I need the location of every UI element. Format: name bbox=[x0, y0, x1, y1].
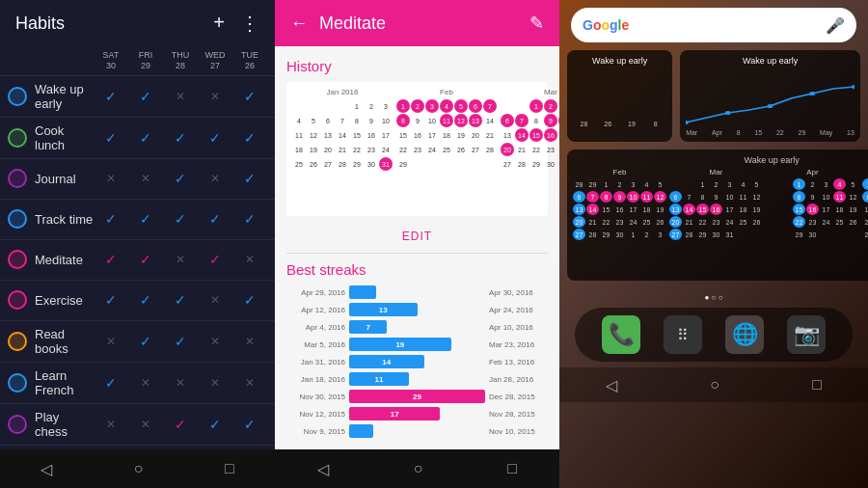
meditate-panel: ← Meditate ✎ History Jan 201612345678910… bbox=[275, 0, 559, 488]
dock-icon-camera[interactable]: 📷 bbox=[787, 315, 826, 354]
dock-icon-browser[interactable]: 🌐 bbox=[725, 315, 764, 354]
cal-day: 2 bbox=[544, 99, 557, 113]
cal-day: 8 bbox=[350, 114, 364, 127]
habit-icon bbox=[8, 415, 27, 434]
home-nav-home[interactable]: ○ bbox=[710, 376, 719, 393]
streak-left-label: Apr 12, 2016 bbox=[286, 306, 349, 314]
home-cal-week: 20212223242526 bbox=[573, 216, 666, 228]
more-icon[interactable]: ⋮ bbox=[240, 12, 259, 35]
cal-week-row: 1234567 bbox=[396, 99, 497, 113]
nav-home-2[interactable]: ○ bbox=[414, 460, 423, 477]
cal-day: 3 bbox=[379, 99, 393, 113]
home-cal-week: 27282930123 bbox=[573, 229, 666, 240]
habits-list: Wake up early✓✓✕✕✓Cook lunch✓✓✓✓✓Journal… bbox=[0, 76, 275, 449]
nav-back[interactable]: ◁ bbox=[41, 460, 52, 478]
home-cal-week: 6789101112 bbox=[573, 191, 666, 203]
home-cal-day: 12 bbox=[654, 191, 666, 203]
home-cal-day: 16 bbox=[613, 203, 626, 215]
check-cell: ✕ bbox=[128, 375, 163, 391]
home-cal-day bbox=[779, 216, 792, 228]
add-icon[interactable]: + bbox=[213, 12, 225, 35]
home-cal-day: 25 bbox=[737, 216, 749, 228]
check-cell: ✕ bbox=[128, 417, 163, 432]
check-yes: ✓ bbox=[209, 211, 221, 227]
check-yes: ✓ bbox=[209, 417, 221, 432]
edit-button[interactable]: EDIT bbox=[286, 224, 548, 249]
mic-icon[interactable]: 🎤 bbox=[826, 16, 845, 35]
back-button[interactable]: ← bbox=[290, 14, 308, 34]
nav-home[interactable]: ○ bbox=[134, 460, 144, 477]
cal-day: 5 bbox=[307, 114, 320, 127]
home-cal-day: 17 bbox=[820, 203, 832, 215]
dock-icon-apps[interactable]: ⠿ bbox=[664, 315, 702, 354]
home-cal-week: 2728293031 bbox=[669, 229, 763, 240]
home-cal-week: 1234567 bbox=[862, 178, 868, 190]
cal-week-row: 891011121314 bbox=[396, 114, 497, 127]
home-nav-back[interactable]: ◁ bbox=[606, 376, 617, 394]
habit-name: Meditate bbox=[35, 253, 94, 267]
streak-bar-container: 29 bbox=[349, 390, 485, 403]
check-yes: ✓ bbox=[244, 171, 256, 186]
habit-row[interactable]: Learn French✓✕✕✕✕ bbox=[0, 363, 275, 404]
home-cal-day: 27 bbox=[573, 229, 585, 240]
home-cal-day: 10 bbox=[723, 191, 736, 203]
home-cal-day: 11 bbox=[640, 191, 653, 203]
habit-row[interactable]: Cook lunch✓✓✓✓✓ bbox=[0, 118, 275, 159]
check-pink: ✓ bbox=[209, 252, 221, 267]
cal-day: 11 bbox=[292, 128, 306, 142]
habit-name: Learn French bbox=[35, 368, 94, 397]
streak-bar: 14 bbox=[349, 355, 424, 368]
home-cal-day: 15 bbox=[696, 203, 709, 215]
habit-row[interactable]: Wake up early✓✓✕✕✓ bbox=[0, 76, 275, 118]
cal-day: 20 bbox=[501, 143, 514, 156]
dock-icon-contacts[interactable]: 📞 bbox=[602, 315, 640, 354]
home-cal-day: 30 bbox=[710, 229, 722, 240]
home-nav-square[interactable]: □ bbox=[812, 376, 822, 393]
home-cal-day: 23 bbox=[806, 216, 819, 228]
bar-chart-label: 28 bbox=[580, 121, 587, 127]
streak-bar: 19 bbox=[349, 338, 451, 351]
cal-day bbox=[515, 99, 529, 113]
home-cal-day bbox=[683, 178, 695, 190]
home-cal-months: Feb2829123456789101112131415161718192021… bbox=[573, 168, 868, 275]
line-chart-svg bbox=[686, 69, 854, 127]
chart-label-8: 8 bbox=[737, 129, 741, 136]
cal-day: 27 bbox=[501, 157, 514, 171]
home-cal-month: Mar1234567891011121314151617181920212223… bbox=[669, 168, 763, 275]
habit-row[interactable]: Meditate✓✓✕✓✕ bbox=[0, 240, 275, 281]
google-search-bar[interactable]: Google 🎤 bbox=[571, 8, 856, 42]
edit-icon[interactable]: ✎ bbox=[529, 13, 544, 34]
habit-row[interactable]: Exercise✓✓✓✕✓ bbox=[0, 281, 275, 321]
bar-chart-label: 26 bbox=[604, 121, 611, 127]
check-no: ✕ bbox=[106, 335, 116, 348]
home-cal-day: 4 bbox=[833, 178, 846, 190]
habit-row[interactable]: Read books✕✓✓✕✕ bbox=[0, 321, 275, 363]
cal-week-row: 2728293031 bbox=[501, 157, 559, 171]
home-cal-month: Apr1234589101112151617181922232425262930 bbox=[766, 168, 859, 275]
home-cal-week: 6789101112 bbox=[669, 191, 763, 203]
check-yes: ✓ bbox=[175, 130, 186, 146]
habit-name: Exercise bbox=[35, 293, 94, 308]
habit-row[interactable]: Play chess✕✕✓✓✓ bbox=[0, 404, 275, 446]
home-cal-day: 2 bbox=[613, 178, 626, 190]
home-calendar: Feb2829123456789101112131415161718192021… bbox=[573, 168, 868, 275]
home-cal-day: 28 bbox=[683, 229, 695, 240]
home-cal-day: 15 bbox=[600, 203, 612, 215]
check-no: ✕ bbox=[210, 293, 220, 307]
check-cell: ✕ bbox=[94, 417, 128, 432]
cal-day: 4 bbox=[292, 114, 306, 127]
streak-bar: 29 bbox=[349, 390, 485, 403]
check-cell: ✕ bbox=[163, 375, 198, 391]
home-cal-day: 29 bbox=[600, 229, 612, 240]
habit-row[interactable]: Track time✓✓✓✓✓ bbox=[0, 200, 275, 240]
cal-day: 20 bbox=[321, 143, 335, 156]
nav-back-2[interactable]: ◁ bbox=[317, 460, 329, 478]
cal-day: 18 bbox=[292, 143, 306, 156]
streak-bar-container bbox=[349, 424, 485, 438]
home-cal-day bbox=[779, 191, 792, 203]
bar-chart-label: 19 bbox=[628, 121, 636, 127]
home-cal-day: 22 bbox=[862, 216, 868, 228]
habit-row[interactable]: Journal✕✕✓✕✓ bbox=[0, 159, 275, 200]
nav-square-2[interactable]: □ bbox=[507, 460, 517, 477]
nav-square[interactable]: □ bbox=[225, 460, 234, 477]
